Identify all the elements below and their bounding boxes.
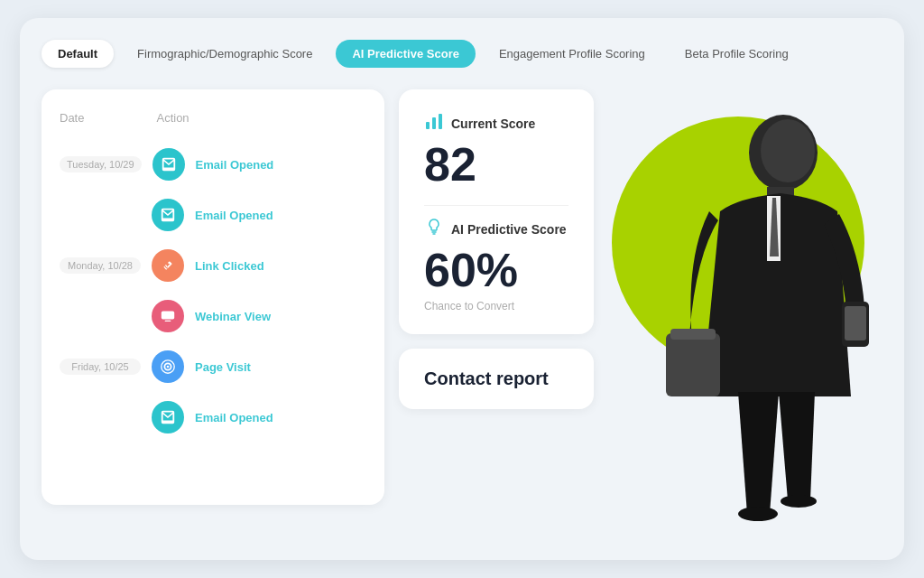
svg-point-3 — [167, 366, 170, 368]
main-container: Default Firmographic/Demographic Score A… — [20, 18, 904, 560]
contact-report-title: Contact report — [424, 368, 549, 388]
action-text: Email Opened — [195, 411, 273, 424]
list-item: Email Opened — [60, 392, 366, 443]
list-item: Tuesday, 10/29 Email Opened — [60, 139, 366, 190]
list-item: Friday, 10/25 Page Visit — [60, 341, 366, 392]
tab-beta[interactable]: Beta Profile Scoring — [669, 40, 805, 68]
tab-engagement[interactable]: Engagement Profile Scoring — [483, 40, 661, 68]
activity-list: Tuesday, 10/29 Email Opened Email Opened — [60, 139, 366, 443]
action-text: Page Visit — [195, 360, 251, 374]
tabs-bar: Default Firmographic/Demographic Score A… — [42, 40, 882, 68]
tab-firmographic[interactable]: Firmographic/Demographic Score — [121, 40, 328, 68]
action-text: Link Clicked — [195, 259, 264, 273]
bar-chart-icon — [424, 111, 444, 135]
action-text: Webinar View — [195, 310, 271, 323]
predictive-score-value: 60% — [424, 245, 568, 296]
person-illustration — [630, 89, 882, 523]
date-label: Monday, 10/28 — [60, 257, 141, 274]
svg-rect-10 — [666, 333, 720, 396]
date-label: Friday, 10/25 — [60, 359, 141, 375]
current-score-row: Current Score — [424, 111, 568, 135]
svg-rect-4 — [426, 122, 430, 129]
list-item: Monday, 10/28 Link Clicked — [60, 240, 366, 291]
predictive-score-row: AI Predictive Score — [424, 217, 568, 241]
current-score-value: 82 — [424, 139, 568, 191]
email-icon — [152, 148, 185, 181]
image-panel — [594, 89, 882, 523]
action-text: Email Opened — [196, 158, 274, 172]
svg-rect-13 — [845, 306, 866, 340]
right-cards: Current Score 82 AI Predictive Score — [399, 89, 594, 523]
date-column-header: Date — [60, 111, 84, 125]
link-icon — [152, 249, 184, 282]
divider — [424, 205, 568, 206]
svg-point-8 — [761, 119, 815, 182]
page-visit-icon — [152, 350, 184, 383]
svg-rect-11 — [670, 329, 716, 340]
action-text: Email Opened — [195, 209, 273, 222]
score-card: Current Score 82 AI Predictive Score — [399, 89, 594, 334]
list-item: Webinar View — [60, 291, 366, 341]
bulb-icon — [424, 217, 444, 241]
list-item: Email Opened — [60, 190, 366, 240]
right-wrapper: Current Score 82 AI Predictive Score — [399, 89, 882, 523]
svg-rect-6 — [439, 114, 442, 129]
webinar-icon — [152, 300, 184, 332]
activity-card: Date Action Tuesday, 10/29 Email Opened — [42, 89, 384, 505]
date-label: Tuesday, 10/29 — [60, 156, 142, 172]
chance-to-convert-label: Chance to Convert — [424, 300, 568, 312]
tab-default[interactable]: Default — [42, 40, 114, 68]
email-icon — [152, 401, 184, 434]
current-score-label: Current Score — [451, 117, 535, 131]
content-area: Date Action Tuesday, 10/29 Email Opened — [42, 89, 882, 523]
predictive-score-label: AI Predictive Score — [451, 222, 567, 237]
action-column-header: Action — [156, 111, 189, 125]
email-icon — [152, 199, 184, 231]
tab-ai-predictive[interactable]: AI Predictive Score — [336, 40, 476, 68]
svg-rect-5 — [432, 117, 436, 129]
contact-report-card[interactable]: Contact report — [399, 349, 594, 409]
svg-point-14 — [738, 507, 778, 521]
svg-point-15 — [781, 495, 817, 508]
activity-header: Date Action — [60, 111, 366, 125]
